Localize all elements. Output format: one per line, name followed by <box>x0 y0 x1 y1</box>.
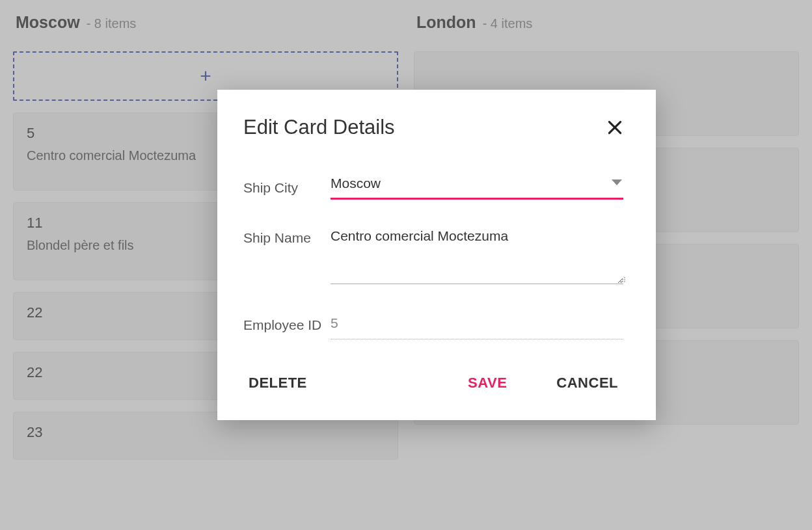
field-row-ship-name: Ship Name <box>243 226 623 287</box>
ship-name-label: Ship Name <box>243 226 331 248</box>
field-row-employee-id: Employee ID <box>243 313 623 339</box>
close-icon[interactable] <box>606 119 623 136</box>
cancel-button[interactable]: CANCEL <box>551 372 623 394</box>
ship-city-value: Moscow <box>331 176 381 191</box>
ship-city-label: Ship City <box>243 176 331 198</box>
save-button[interactable]: SAVE <box>463 372 512 394</box>
dialog-title: Edit Card Details <box>243 116 395 139</box>
chevron-down-icon <box>610 178 623 189</box>
svg-point-3 <box>624 277 625 278</box>
ship-name-input[interactable] <box>331 226 623 284</box>
svg-marker-2 <box>612 179 622 185</box>
delete-button[interactable]: DELETE <box>243 372 312 394</box>
field-row-ship-city: Ship City Moscow <box>243 176 623 200</box>
employee-id-input <box>331 313 623 339</box>
svg-point-8 <box>624 281 625 282</box>
ship-city-select[interactable]: Moscow <box>331 176 623 200</box>
svg-point-5 <box>624 279 625 280</box>
dialog-header: Edit Card Details <box>243 116 623 139</box>
employee-id-label: Employee ID <box>243 313 331 335</box>
edit-card-dialog: Edit Card Details Ship City Moscow Ship … <box>217 90 656 420</box>
dialog-actions: DELETE SAVE CANCEL <box>243 372 623 394</box>
